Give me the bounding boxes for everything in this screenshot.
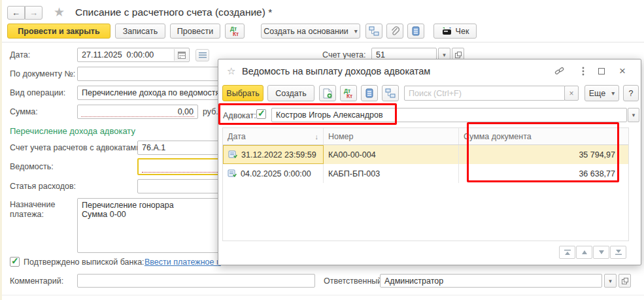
post-button[interactable]: Провести <box>170 24 220 39</box>
cell-date[interactable]: 31.12.2022 23:59:59 <box>223 145 324 164</box>
account-label: Счет учета: <box>322 50 365 59</box>
comment-input[interactable] <box>77 274 315 288</box>
favorite-star-outline-icon[interactable]: ☆ <box>227 65 235 77</box>
settlement-account-input[interactable]: 76.А.1 <box>137 141 229 155</box>
comment-label: Комментарий: <box>10 276 63 286</box>
paperclip-icon <box>390 26 400 37</box>
forward-arrow-icon: → <box>29 8 38 18</box>
expense-item-label: Статья расходов: <box>10 182 76 191</box>
date-input[interactable]: 27.11.2025 0:00:00 <box>77 48 190 62</box>
by-document-input[interactable] <box>77 67 229 81</box>
cell-amount[interactable]: 35 794,97 <box>459 145 628 164</box>
maximize-button[interactable] <box>594 65 609 78</box>
table-row[interactable]: 04.02.2025 0:00:00 КАБП-БП-003 36 638,77 <box>223 164 628 183</box>
list-icon <box>199 52 207 59</box>
close-button[interactable]: × <box>615 65 630 78</box>
clear-icon: × <box>569 89 573 98</box>
lawyer-filter-checkbox[interactable] <box>256 109 266 119</box>
open-form-icon <box>455 52 462 58</box>
by-document-label: По документу №: <box>10 69 75 78</box>
attachments-button[interactable] <box>386 24 403 39</box>
cell-amount[interactable]: 36 638,77 <box>459 164 628 183</box>
more-menu-button[interactable] <box>576 65 590 78</box>
help-button[interactable]: ? <box>623 85 639 101</box>
create-new-document-button[interactable] <box>319 85 336 101</box>
scroll-down-button[interactable] <box>593 246 609 259</box>
cash-register-icon <box>441 27 452 36</box>
scroll-up-icon <box>581 249 588 256</box>
chevron-down-icon: ▾ <box>443 52 446 58</box>
selection-dialog: ☆ Ведомость на выплату доходов адвокатам… <box>218 59 641 265</box>
create-button[interactable]: Создать <box>267 85 314 101</box>
maximize-icon <box>598 68 605 75</box>
amount-label: Сумма: <box>10 107 38 116</box>
scroll-first-icon <box>564 249 571 256</box>
more-button[interactable]: Еще <box>585 85 619 101</box>
forward-button[interactable]: → <box>25 6 42 20</box>
new-document-icon <box>323 88 332 99</box>
responsible-dropdown-button[interactable]: ▾ <box>604 274 617 288</box>
back-button[interactable]: ← <box>7 6 25 20</box>
page-title: Списание с расчетного счета (создание) * <box>75 7 272 18</box>
lawyer-dropdown-button[interactable]: ▾ <box>628 108 639 122</box>
lawyer-input[interactable]: Костров Игорь Александров <box>271 108 627 122</box>
chevron-down-icon: ▾ <box>609 278 612 284</box>
sheet-input[interactable] <box>137 158 229 175</box>
search-clear-button[interactable]: × <box>564 86 579 101</box>
cell-date[interactable]: 04.02.2025 0:00:00 <box>223 164 324 183</box>
required-underline <box>142 172 224 173</box>
create-based-on-button[interactable]: Создать на основании <box>261 24 360 39</box>
payment-purpose-textarea[interactable]: Перечисление гонорара Сумма 0-00 <box>77 198 229 253</box>
lawyer-label: Адвокат: <box>223 111 256 120</box>
post-and-close-button[interactable]: Провести и закрыть <box>7 24 110 39</box>
responsible-label: Ответственный: <box>324 276 384 286</box>
scroll-down-icon <box>598 249 605 256</box>
copy-link-button[interactable] <box>552 65 566 78</box>
stack-icon <box>412 26 420 36</box>
select-button[interactable]: Выбрать <box>222 85 263 101</box>
scroll-last-button[interactable] <box>610 246 626 259</box>
dtkt-button[interactable]: ДтКт <box>225 24 245 39</box>
write-button[interactable]: Записать <box>115 24 165 39</box>
kebab-icon <box>582 67 585 76</box>
responsible-open-button[interactable] <box>619 274 631 288</box>
dtkt-button[interactable]: ДтКт <box>340 85 357 101</box>
related-documents-button[interactable] <box>365 24 382 39</box>
enter-payment-order-link[interactable]: Ввести платежное п <box>144 258 221 267</box>
structure-icon <box>385 88 396 98</box>
expense-item-input[interactable] <box>137 179 229 193</box>
column-header-date[interactable]: Дата↓ <box>223 128 324 144</box>
calendar-button[interactable] <box>174 49 188 61</box>
operation-type-input[interactable]: Перечисление дохода по ведомостям <box>77 86 229 100</box>
scroll-last-icon <box>615 249 622 256</box>
cell-number[interactable]: КАБП-БП-003 <box>324 164 459 183</box>
sheet-label: Ведомость: <box>10 162 54 171</box>
check-button[interactable]: Чек <box>433 24 477 39</box>
open-list-button[interactable] <box>195 49 209 61</box>
column-header-number[interactable]: Номер <box>324 128 459 144</box>
documents-table: Дата↓ Номер Сумма документа 31.12.2022 2… <box>222 127 629 241</box>
posted-document-icon <box>228 150 237 159</box>
dtkt-icon: ДтКт <box>344 88 353 99</box>
currency-label: руб. <box>203 107 218 116</box>
related-documents-button[interactable] <box>382 85 399 101</box>
favorite-star-icon[interactable]: ★ <box>54 5 65 20</box>
search-input[interactable] <box>404 86 565 101</box>
scroll-up-button[interactable] <box>576 246 592 259</box>
screen: ← → ★ Списание с расчетного счета (созда… <box>0 0 644 300</box>
payment-purpose-label: Назначение платежа: <box>10 200 70 220</box>
structure-icon <box>369 26 379 36</box>
scroll-first-button[interactable] <box>559 246 575 259</box>
sort-desc-icon: ↓ <box>315 133 319 141</box>
calendar-icon <box>178 51 186 59</box>
amount-input[interactable]: 0,00 <box>77 105 198 119</box>
register-button[interactable] <box>361 85 378 101</box>
bank-confirmed-checkbox[interactable] <box>10 257 20 267</box>
table-row[interactable]: 31.12.2022 23:59:59 КА00-00-004 35 794,9… <box>223 145 628 164</box>
dtkt-icon: ДтКт <box>230 26 239 37</box>
register-button[interactable] <box>407 24 424 39</box>
cell-number[interactable]: КА00-00-004 <box>324 145 459 164</box>
bank-confirmed-label: Подтверждено выпиской банка: <box>24 258 144 267</box>
column-header-amount[interactable]: Сумма документа <box>459 128 628 144</box>
responsible-input[interactable]: Администратор <box>380 274 602 288</box>
